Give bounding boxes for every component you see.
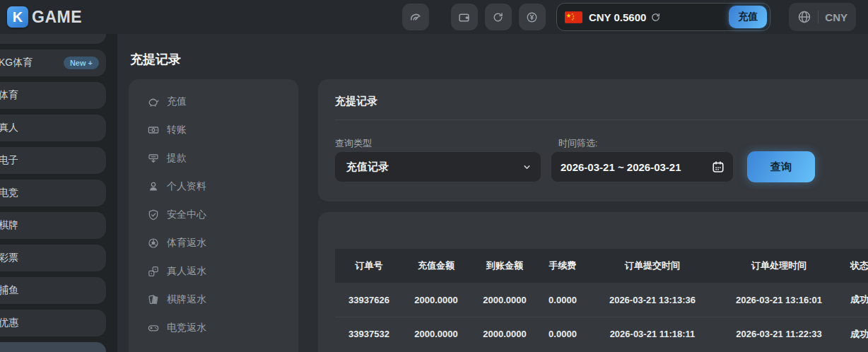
sidebar-item-label: 电竞	[0, 187, 18, 199]
sidebar-item-label: 优惠	[0, 317, 18, 329]
menu-item[interactable]: 安全中心	[129, 201, 298, 229]
received-amount-cell: 2000.0000	[469, 329, 540, 339]
sidebar-item-label: 电子	[0, 154, 18, 167]
sidebar-item[interactable]: 电子	[0, 147, 106, 174]
currency-balance-box[interactable]: ★ ★ ★ ★ ★ CNY 0.5600 充值	[556, 3, 770, 31]
processed-time-cell: 2026-03-21 11:22:33	[720, 329, 838, 339]
query-type-select[interactable]: 充值记录	[335, 152, 541, 182]
search-button[interactable]: 查询	[747, 151, 815, 182]
sidebar-item[interactable]: 彩票	[0, 245, 106, 271]
column-header: 到账金额	[469, 259, 540, 272]
sidebar-item[interactable]: 棋牌	[0, 212, 106, 239]
column-header: 手续费	[540, 259, 585, 272]
logo-text: GAME	[32, 8, 82, 27]
panel-title: 充提记录	[335, 95, 377, 108]
table-row[interactable]: 33937626 2000.0000 2000.0000 0.0000 2026…	[335, 283, 868, 317]
main-content: 充提记录 充值 转账 提款 个人资料	[117, 34, 868, 352]
svg-text:★: ★	[566, 12, 571, 19]
submitted-time-cell: 2026-03-21 13:13:36	[585, 295, 720, 305]
china-flag-icon: ★ ★ ★ ★ ★	[565, 11, 582, 23]
menu-item[interactable]: 真人返水	[129, 257, 298, 286]
order-id-cell: 33937532	[335, 329, 403, 339]
divider	[818, 11, 819, 23]
table-body: 33937626 2000.0000 2000.0000 0.0000 2026…	[335, 283, 868, 351]
menu-item[interactable]: 充值	[129, 88, 298, 116]
table-header-row: 订单号 充值金额 到账金额 手续费 订单提交时间 订单处理时间 状态	[335, 249, 868, 283]
order-id-cell: 33937626	[335, 295, 403, 305]
page-title: 充提记录	[130, 51, 181, 68]
globe-icon	[797, 10, 811, 24]
status-cell: 成功	[838, 328, 868, 341]
menu-item[interactable]: 转账	[129, 116, 298, 144]
table-row[interactable]: 33937532 2000.0000 2000.0000 0.0000 2026…	[335, 317, 868, 351]
sidebar-item-label: 体育	[0, 89, 18, 102]
sidebar-item-label: 棋牌	[0, 219, 18, 232]
logo[interactable]: K GAME	[7, 6, 82, 28]
piggy-bank-icon	[148, 96, 159, 107]
language-currency-selector[interactable]: CNY	[789, 3, 856, 31]
filter-panel: 充提记录 查询类型 时间筛选: 充值记录 2026-03-21 ~ 2026-0…	[318, 79, 868, 201]
deposit-button[interactable]: 充值	[729, 6, 767, 28]
received-amount-cell: 2000.0000	[469, 295, 540, 305]
sidebar-item-label: 捕鱼	[0, 284, 18, 297]
transfer-refresh-button[interactable]	[485, 4, 512, 30]
menu-item[interactable]: 棋牌返水	[129, 286, 298, 314]
currency-balance: CNY 0.5600	[589, 11, 646, 23]
menu-item-label: 安全中心	[167, 209, 206, 221]
speedometer-icon	[409, 11, 422, 23]
processed-time-cell: 2026-03-21 13:16:01	[720, 295, 838, 305]
fee-cell: 0.0000	[540, 329, 585, 339]
new-badge: New +	[64, 57, 99, 69]
menu-item-label: 提款	[167, 152, 187, 165]
column-header: 订单号	[335, 259, 403, 272]
sidebar-item[interactable]: 真人	[0, 115, 106, 141]
query-type-value: 充值记录	[346, 160, 389, 174]
date-range-input[interactable]: 2026-03-21 ~ 2026-03-21	[551, 152, 733, 182]
banknote-icon	[148, 124, 159, 136]
wallet-button[interactable]	[451, 4, 478, 30]
account-menu-panel: 充值 转账 提款 个人资料 安全中心 体	[129, 79, 298, 352]
menu-item-label: 充值	[167, 95, 187, 108]
menu-item[interactable]: 电竞返水	[129, 314, 298, 342]
menu-item-label: 真人返水	[167, 265, 206, 278]
divider	[335, 119, 868, 120]
logo-k-icon: K	[7, 6, 28, 28]
gamepad-icon	[148, 322, 159, 334]
column-header: 订单处理时间	[720, 259, 838, 272]
sidebar-item-label: 真人	[0, 122, 18, 134]
calendar-icon	[712, 160, 725, 173]
column-header: 状态	[838, 259, 868, 272]
coin-button[interactable]	[519, 4, 546, 30]
sidebar-item[interactable]: 电竞	[0, 180, 106, 206]
sidebar-item[interactable]: KG体育 New +	[0, 49, 106, 76]
date-range-value: 2026-03-21 ~ 2026-03-21	[561, 161, 681, 173]
menu-item-label: 棋牌返水	[167, 293, 206, 306]
deposit-amount-cell: 2000.0000	[403, 329, 469, 339]
menu-item[interactable]: 提款	[129, 144, 298, 172]
cards-icon	[148, 294, 159, 305]
menu-item-label: 个人资料	[167, 180, 206, 193]
menu-item[interactable]: 个人资料	[129, 172, 298, 201]
left-sidebar: KG体育 New + 体育 真人 电子 电竞	[0, 34, 117, 352]
records-table-panel: 订单号 充值金额 到账金额 手续费 订单提交时间 订单处理时间 状态 33937…	[318, 212, 868, 352]
menu-item-label: 体育返水	[167, 237, 206, 250]
coin-yuan-icon	[526, 11, 538, 23]
sidebar-item-active-partial[interactable]	[0, 342, 106, 352]
refresh-icon	[492, 11, 504, 23]
menu-item-label: 转账	[167, 124, 187, 136]
withdraw-icon	[148, 153, 159, 164]
submitted-time-cell: 2026-03-21 11:18:11	[585, 329, 720, 339]
dice-icon	[148, 266, 159, 277]
balance-refresh-icon[interactable]	[650, 12, 661, 23]
soccer-ball-icon	[148, 237, 159, 249]
column-header: 充值金额	[403, 259, 469, 272]
sidebar-item[interactable]: 体育	[0, 82, 106, 109]
wallet-icon	[458, 11, 470, 23]
menu-item[interactable]: 体育返水	[129, 229, 298, 257]
sidebar-item[interactable]: 优惠	[0, 310, 106, 336]
network-speed-button[interactable]	[402, 4, 429, 30]
svg-text:★: ★	[571, 18, 573, 21]
sidebar-item-partial[interactable]	[0, 34, 106, 44]
sidebar-item[interactable]: 捕鱼	[0, 277, 106, 304]
fee-cell: 0.0000	[540, 295, 585, 305]
